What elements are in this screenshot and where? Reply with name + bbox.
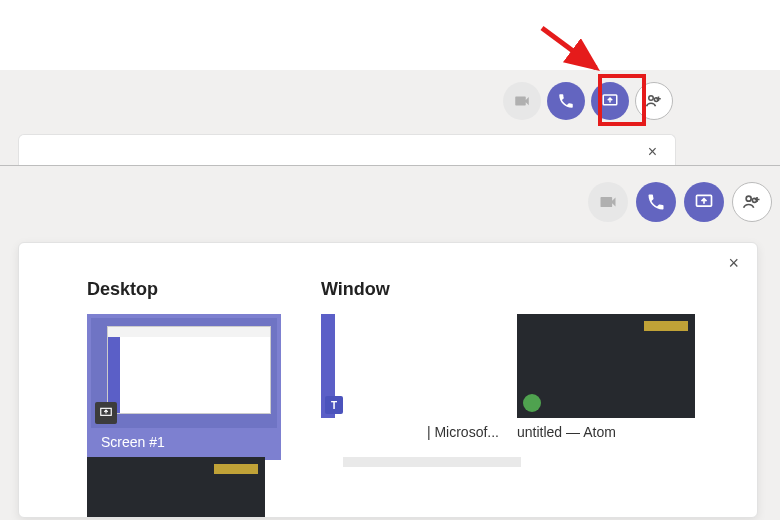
close-icon[interactable]: × (728, 253, 739, 274)
audio-call-button[interactable] (547, 82, 585, 120)
desktop-thumbnail-caption: Screen #1 (91, 428, 277, 456)
add-participants-button[interactable] (732, 182, 772, 222)
svg-point-1 (649, 96, 654, 101)
top-white-area (0, 0, 780, 70)
teams-app-icon: T (325, 396, 343, 414)
atom-app-icon (523, 394, 541, 412)
window-thumbnail-row2-b[interactable] (343, 457, 521, 517)
window-thumbnail-caption: untitled — Atom (517, 424, 695, 440)
window-thumbnail-row2-a[interactable] (87, 457, 265, 517)
svg-point-4 (746, 196, 751, 201)
bottom-call-controls (588, 182, 772, 222)
add-participants-button[interactable] (635, 82, 673, 120)
share-indicator-icon (95, 402, 117, 424)
video-off-button[interactable] (503, 82, 541, 120)
share-screen-button[interactable] (591, 82, 629, 120)
desktop-thumbnail-screen-1[interactable]: Screen #1 (87, 314, 281, 460)
share-screen-button[interactable] (684, 182, 724, 222)
window-section-title: Window (321, 279, 695, 300)
annotation-arrow (538, 24, 608, 80)
window-thumbnail-atom[interactable]: untitled — Atom (517, 314, 695, 440)
top-popup-sliver: × (18, 134, 676, 165)
video-off-button[interactable] (588, 182, 628, 222)
bottom-panel-area: × Desktop Screen #1 (0, 165, 780, 520)
audio-call-button[interactable] (636, 182, 676, 222)
desktop-section-title: Desktop (87, 279, 281, 300)
window-thumbnail-teams[interactable]: T | Microsof... (321, 314, 499, 440)
close-icon[interactable]: × (648, 143, 657, 161)
share-screen-panel: × Desktop Screen #1 (18, 242, 758, 518)
window-thumbnail-caption: | Microsof... (321, 424, 499, 440)
top-call-controls (503, 82, 673, 120)
